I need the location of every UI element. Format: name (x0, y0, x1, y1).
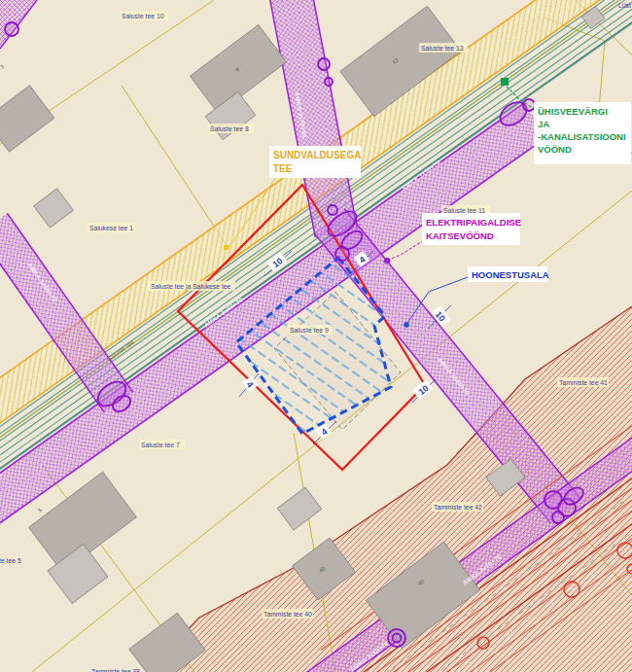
label-saluste-5: Saluste tee 5 (0, 557, 21, 564)
label-tammiste-41: Tammiste tee 41 (559, 379, 608, 386)
label-tammiste-40: Tammiste tee 40 (263, 611, 312, 618)
callout-sundvaldusega-line2: TEE (273, 163, 293, 174)
label-saluste-8: Saluste tee 8 (210, 125, 249, 132)
label-saluste-11: Saluste tee 11 (443, 207, 485, 214)
hoonestusala-point (404, 322, 409, 328)
callout-elektripaigaldise-line1: ELEKTRIPAIGALDISE (426, 217, 521, 228)
callout-yhisveevargi-line2: JA (538, 119, 549, 129)
water-node-symbol (501, 78, 509, 86)
callout-yhisveevargi-line1: ÜHISVEEVÄRGI (538, 106, 608, 117)
callout-elektripaigaldise-line2: KAITSEVÖÖND (426, 230, 494, 241)
label-saluste-10: Saluste tee 10 (122, 13, 164, 19)
map-canvas: AMKA 3x70+95 AMKA 3x50+70 AMKA 3x50+70 A… (0, 0, 632, 672)
label-saluste-9: Saluste tee 9 (290, 327, 329, 334)
label-saluste-7: Saluste tee 7 (141, 442, 180, 448)
label-tammiste-38: Tammiste tee 38 (91, 668, 140, 672)
callout-yhisveevargi-line3: -KANALISATSIOONI (538, 131, 626, 142)
cable-point (384, 258, 390, 264)
label-saluste-salukese: Saluste tee ja Salukese tee (151, 283, 231, 291)
callout-yhisveevargi-line4: VÖÖND (538, 144, 572, 155)
callout-sundvaldusega-line1: SUNDVALDUSEGA (273, 150, 361, 160)
label-salukese-1: Salukese tee 1 (89, 225, 133, 231)
leader-sundvaldusega-end (224, 245, 228, 250)
label-saluste-13: Saluste tee 13 (421, 45, 464, 52)
label-topright-clipped: Lüst (618, 2, 631, 9)
label-tammiste-42: Tammiste tee 42 (434, 504, 482, 511)
planning-map: AMKA 3x70+95 AMKA 3x50+70 AMKA 3x50+70 A… (0, 0, 632, 672)
callout-hoonestusala: HOONESTUSALA (472, 269, 549, 280)
